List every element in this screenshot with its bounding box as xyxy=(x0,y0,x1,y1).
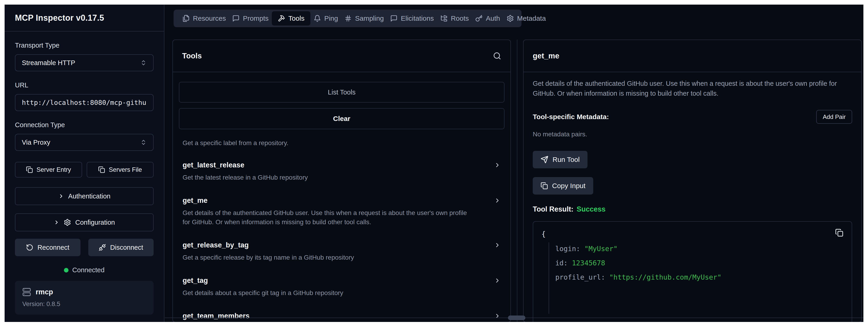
tool-result-status: Success xyxy=(577,205,606,213)
no-metadata-text: No metadata pairs. xyxy=(533,130,852,138)
tab-label: Ping xyxy=(324,14,338,22)
tab-label: Tools xyxy=(288,14,304,22)
connection-type-value: Via Proxy xyxy=(22,139,50,146)
disconnect-button[interactable]: Disconnect xyxy=(88,239,154,256)
tab-label: Auth xyxy=(486,14,500,22)
json-value: "MyUser" xyxy=(584,245,618,253)
tab-bar: Resources Prompts Tools Ping xyxy=(174,10,522,27)
tab-sampling[interactable]: Sampling xyxy=(341,12,387,25)
authentication-label: Authentication xyxy=(68,192,111,200)
tab-elicitations[interactable]: Elicitations xyxy=(387,12,437,25)
transport-type-label: Transport Type xyxy=(15,41,154,49)
tab-prompts[interactable]: Prompts xyxy=(229,12,272,25)
tab-auth[interactable]: Auth xyxy=(472,12,503,25)
chevrons-up-down-icon xyxy=(140,139,147,146)
tool-list-item[interactable]: get_team_members Get member usernames of… xyxy=(183,312,501,322)
tool-name: get_me xyxy=(183,197,208,205)
tool-name: get_latest_release xyxy=(183,161,244,169)
configuration-toggle[interactable]: Configuration xyxy=(15,213,154,231)
metadata-label: Tool-specific Metadata: xyxy=(533,113,609,121)
tool-description: Get details of the authenticated GitHub … xyxy=(183,208,468,227)
detail-panel-title: get_me xyxy=(533,52,559,60)
tool-name: get_release_by_tag xyxy=(183,241,249,249)
tool-description: Get a specific release by its tag name i… xyxy=(183,253,468,262)
add-pair-button[interactable]: Add Pair xyxy=(816,110,852,124)
tab-resources[interactable]: Resources xyxy=(179,12,229,25)
tab-metadata[interactable]: Metadata xyxy=(503,12,549,25)
search-icon[interactable] xyxy=(493,52,501,60)
disconnect-label: Disconnect xyxy=(110,244,143,251)
tool-list-item[interactable]: get_release_by_tag Get a specific releas… xyxy=(183,241,501,262)
chevron-right-icon xyxy=(58,193,64,199)
json-key: profile_url: xyxy=(555,273,609,281)
servers-file-label: Servers File xyxy=(109,166,142,173)
json-value: 12345678 xyxy=(572,259,605,267)
tab-tools[interactable]: Tools xyxy=(272,11,310,26)
servers-file-button[interactable]: Servers File xyxy=(87,162,154,178)
run-tool-button[interactable]: Run Tool xyxy=(533,151,587,168)
json-key: id: xyxy=(555,259,572,267)
chevron-right-icon xyxy=(494,242,501,248)
tool-name: get_team_members xyxy=(183,312,249,320)
json-line: profile_url: "https://github.com/MyUser" xyxy=(555,270,721,284)
chevron-right-icon xyxy=(54,219,60,225)
json-value: "https://github.com/MyUser" xyxy=(609,273,721,281)
chevrons-up-down-icon xyxy=(140,60,147,66)
clear-button[interactable]: Clear xyxy=(179,108,504,129)
send-icon xyxy=(540,156,548,164)
status-text: Connected xyxy=(72,266,104,274)
scrolled-tool-description: Get a specific label from a repository. xyxy=(183,139,501,147)
server-version: Version: 0.8.5 xyxy=(22,301,146,308)
tool-result-label: Tool Result: xyxy=(533,205,574,213)
copy-input-label: Copy Input xyxy=(552,182,585,190)
message-square-icon xyxy=(232,15,240,22)
files-icon xyxy=(182,15,190,22)
copy-icon xyxy=(540,182,548,189)
connection-type-select[interactable]: Via Proxy xyxy=(15,134,154,151)
gear-icon xyxy=(64,219,71,226)
tool-list-item[interactable]: get_me Get details of the authenticated … xyxy=(183,197,501,227)
tab-label: Sampling xyxy=(355,14,384,22)
panel-vertical-resizer[interactable] xyxy=(517,39,517,322)
server-entry-button[interactable]: Server Entry xyxy=(15,162,82,178)
copy-input-button[interactable]: Copy Input xyxy=(533,177,593,195)
tool-description: Get the latest release in a GitHub repos… xyxy=(183,173,468,182)
url-label: URL xyxy=(15,81,154,89)
run-tool-label: Run Tool xyxy=(553,156,580,164)
tool-list-item[interactable]: get_tag Get details about a specific git… xyxy=(183,276,501,298)
key-icon xyxy=(475,15,483,22)
json-key: login: xyxy=(555,245,584,253)
server-name: rmcp xyxy=(36,288,53,296)
transport-type-select[interactable]: Streamable HTTP xyxy=(15,54,154,71)
authentication-toggle[interactable]: Authentication xyxy=(15,187,154,205)
bell-icon xyxy=(314,15,321,22)
tools-panel: Tools List Tools Clear Get a specific la… xyxy=(173,39,511,322)
server-entry-label: Server Entry xyxy=(36,166,71,173)
json-line: id: 12345678 xyxy=(555,256,721,270)
app-title: MCP Inspector v0.17.5 xyxy=(15,13,104,23)
main-area: Resources Prompts Tools Ping xyxy=(165,5,863,322)
tab-ping[interactable]: Ping xyxy=(310,12,341,25)
tab-label: Roots xyxy=(451,14,469,22)
reconnect-button[interactable]: Reconnect xyxy=(15,239,81,256)
tab-label: Prompts xyxy=(243,14,269,22)
url-input[interactable]: http://localhost:8080/mcp-githu xyxy=(15,94,154,111)
json-open-brace: { xyxy=(541,230,546,238)
copy-result-icon[interactable] xyxy=(835,229,843,237)
panel-resize-handle[interactable] xyxy=(508,316,525,320)
connection-type-label: Connection Type xyxy=(15,121,154,129)
copy-icon xyxy=(26,166,33,173)
gear-icon xyxy=(506,15,514,22)
json-line: login: "MyUser" xyxy=(555,241,721,256)
copy-icon xyxy=(98,166,105,173)
hash-icon xyxy=(344,15,352,22)
list-tools-button[interactable]: List Tools xyxy=(179,82,504,102)
tab-label: Elicitations xyxy=(401,14,434,22)
tab-label: Metadata xyxy=(517,14,546,22)
mcp-inspector-app: MCP Inspector v0.17.5 Transport Type Str… xyxy=(5,5,863,322)
sidebar-header: MCP Inspector v0.17.5 xyxy=(5,5,164,31)
tool-list-item[interactable]: get_latest_release Get the latest releas… xyxy=(183,161,501,182)
chevron-right-icon xyxy=(494,313,501,319)
tab-roots[interactable]: Roots xyxy=(437,12,472,25)
reconnect-label: Reconnect xyxy=(37,244,69,251)
